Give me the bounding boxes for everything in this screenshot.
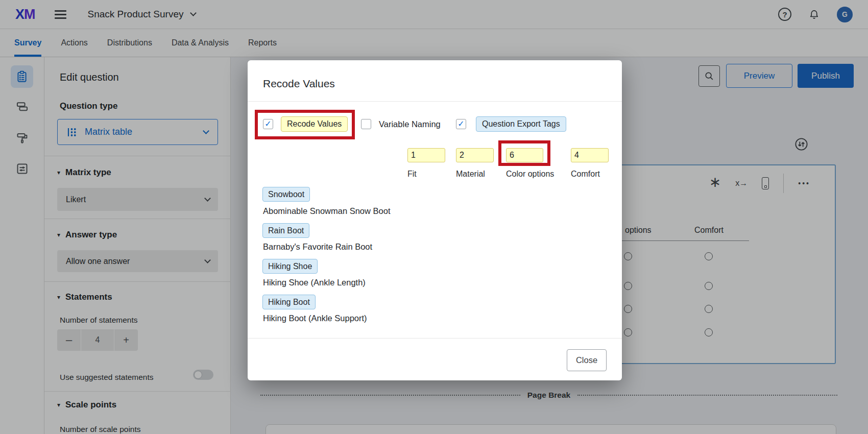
- recode-input-comfort[interactable]: [571, 148, 609, 162]
- recode-input-fit[interactable]: [407, 148, 445, 162]
- statement-description: Barnaby's Favorite Rain Boot: [263, 242, 372, 252]
- recode-column-label: Material: [456, 170, 485, 179]
- divider: [248, 338, 622, 339]
- annotation-red-box-recode-values: [255, 110, 355, 139]
- recode-input-color-options[interactable]: [506, 148, 543, 162]
- dialog-title: Recode Values: [263, 78, 335, 90]
- recode-column-label: Comfort: [571, 170, 600, 179]
- check-icon: ✓: [457, 120, 464, 128]
- recode-values-dialog: Recode Values ✓ Recode Values Variable N…: [248, 60, 622, 380]
- statement-tag[interactable]: Hiking Shoe: [262, 259, 318, 274]
- question-export-tags-option-label[interactable]: Question Export Tags: [476, 116, 566, 132]
- question-export-tags-checkbox[interactable]: ✓: [456, 119, 466, 129]
- statement-tag[interactable]: Hiking Boot: [262, 295, 316, 309]
- recode-column-label: Color options: [506, 170, 554, 179]
- variable-naming-checkbox[interactable]: [361, 119, 371, 129]
- variable-naming-option-label: Variable Naming: [379, 119, 441, 129]
- statement-description: Hiking Boot (Ankle Support): [263, 314, 367, 323]
- recode-column-label: Fit: [407, 170, 417, 179]
- statement-description: Abominable Snowman Snow Boot: [263, 206, 390, 216]
- recode-input-material[interactable]: [456, 148, 494, 162]
- statement-tag[interactable]: Rain Boot: [262, 223, 309, 238]
- statement-description: Hiking Shoe (Ankle Length): [263, 278, 366, 287]
- divider: [248, 101, 622, 102]
- statement-tag[interactable]: Snowboot: [262, 187, 310, 202]
- close-button[interactable]: Close: [567, 349, 607, 371]
- app-window: XM Snack Product Survey ? G Survey Actio…: [0, 0, 868, 434]
